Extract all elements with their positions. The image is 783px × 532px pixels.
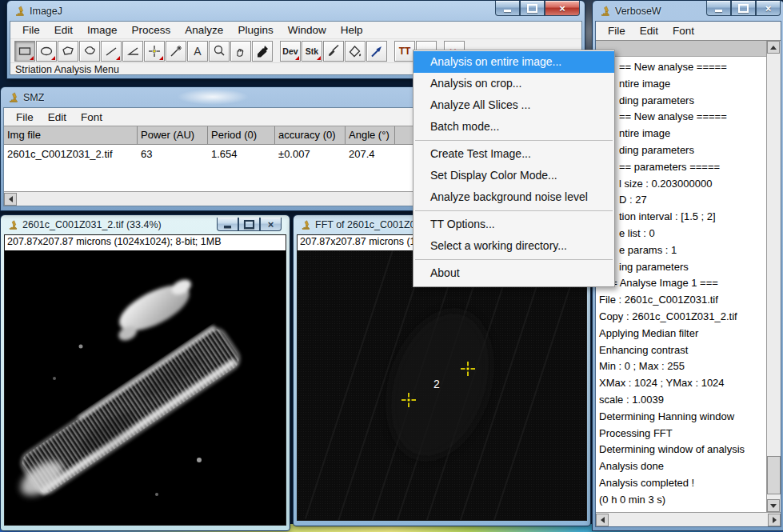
brush-tool-button[interactable] [323,41,344,62]
menu-separator [415,259,613,260]
debris-dot [53,377,56,380]
arrow-right-icon [773,517,777,523]
angle-tool-button[interactable] [122,41,143,62]
polygon-tool-button[interactable] [58,41,78,62]
close-button[interactable] [545,1,580,16]
menu-item-label: Select a working directory... [430,239,567,252]
scroll-down-button[interactable] [767,499,780,512]
image-window-icon [7,219,18,230]
menubar-item[interactable]: Plugins [230,22,280,38]
arrow-icon [369,43,385,59]
menu-item[interactable]: About [413,262,614,284]
fill-tool-button[interactable] [345,41,366,62]
fft-marker-count-label: 2 [433,378,440,390]
specimen-titlebar[interactable]: 2601c_C001Z031_2.tif (33.4%) [1,215,290,234]
menu-item[interactable]: Analyze background noise level [413,186,614,208]
minimize-button[interactable] [706,1,731,16]
menu-item-label: Analyze All Slices ... [430,98,530,111]
angle-icon [125,43,141,59]
zoom-tool-button[interactable] [209,41,230,62]
maximize-button[interactable] [238,218,260,231]
menubar-item[interactable]: Edit [633,23,665,38]
menu-item[interactable]: Analysis on crop... [413,73,614,94]
minimize-button[interactable] [495,1,520,16]
menubar-item[interactable]: Window [281,22,334,38]
menu-item[interactable]: Set Display Color Mode... [413,165,614,186]
menubar-item[interactable]: File [601,23,633,38]
table-header-cell: accuracy (0) [275,126,346,144]
menubar-item[interactable]: File [9,110,41,125]
scroll-left-button[interactable] [4,193,17,206]
line-icon [103,43,119,59]
scroll-up-button[interactable] [767,41,780,54]
imagej-window-controls [495,1,580,16]
table-header-cell: Angle (°) [346,126,395,144]
menubar-item[interactable]: Font [665,23,701,38]
arrow-left-icon [601,517,605,523]
rectangle-tool-button[interactable] [14,41,35,62]
scrollbar-thumb[interactable] [767,456,781,494]
wand-tool-button[interactable] [166,41,186,62]
text-tool-button[interactable]: A [187,41,208,62]
verbose-horizontal-scrollbar[interactable] [596,512,781,526]
menu-item-label: Analysis on entire image... [430,55,561,68]
menu-item[interactable]: Analyze All Slices ... [413,94,614,116]
menubar-item[interactable]: Edit [41,110,74,125]
close-button[interactable] [260,218,282,231]
line-tool-button[interactable] [101,41,122,62]
cell-angle: 207.4 [346,145,395,162]
log-line: === Analyse Image 1 === [596,275,766,292]
specimen-image-canvas[interactable] [5,250,286,525]
menu-item-label: Analysis on crop... [430,77,521,90]
menu-item[interactable]: Analysis on entire image... [413,51,614,73]
verbose-textarea[interactable]: == New analyse =====ntire imageding para… [596,40,781,526]
maximize-button[interactable] [731,1,756,16]
dropper-tool-button[interactable] [252,41,273,62]
dropper-icon [254,43,270,59]
menu-separator [415,210,613,211]
menu-item[interactable]: Select a working directory... [413,235,614,257]
menu-item-label: TT Options... [430,218,495,230]
menubar-item[interactable]: Edit [47,22,80,38]
imagej-menubar: FileEditImageProcessAnalyzePluginsWindow… [10,22,581,39]
menu-item[interactable]: TT Options... [413,214,614,235]
close-button[interactable] [756,1,781,16]
point-tool-button[interactable] [144,41,165,62]
menu-item[interactable]: Batch mode... [413,116,614,138]
log-line: Enhancing contrast [596,342,766,359]
menubar-item[interactable]: Analyze [178,22,230,38]
menubar-item[interactable]: Image [80,22,125,38]
image-window-icon [300,219,311,230]
arrow-tool-button[interactable] [366,41,387,62]
scroll-right-button[interactable] [768,514,781,526]
scroll-left-button[interactable] [596,514,609,526]
log-line: Copy : 2601c_C001Z031_2.tif [596,309,766,326]
imagej-titlebar[interactable]: ImageJ [7,1,585,21]
fill-bucket-icon [347,43,363,59]
minimize-button[interactable] [217,218,238,231]
stk-tool-button[interactable]: Stk [302,41,322,62]
menubar-item[interactable]: Help [334,22,370,38]
window-specimen-image: 2601c_C001Z031_2.tif (33.4%) 207.87x207.… [0,214,290,531]
verbose-vertical-scrollbar[interactable] [766,41,781,512]
menubar-item[interactable]: Process [125,22,178,38]
menu-item[interactable]: Create Test Image... [413,143,614,165]
fft-image-canvas[interactable]: 2 [298,250,586,520]
oval-tool-button[interactable] [36,41,57,62]
hand-tool-button[interactable] [230,41,251,62]
specimen-image-area[interactable] [5,250,286,525]
log-line: ding parameters [596,142,766,159]
imagej-app-icon [14,5,26,17]
verbose-titlebar[interactable]: VerboseW [593,1,783,21]
menubar-item[interactable]: Font [74,110,110,125]
close-icon [559,3,565,14]
menu-item-label: Create Test Image... [430,147,531,160]
menubar-item[interactable]: File [15,22,47,38]
log-line: XMax : 1024 ; YMax : 1024 [596,375,766,392]
fft-image-area[interactable]: 2 [298,250,586,520]
debris-dot [197,458,202,462]
maximize-button[interactable] [520,1,545,16]
freehand-tool-button[interactable] [79,41,100,62]
dev-tool-button[interactable]: Dev [280,41,301,62]
table-header-cell: Period (0) [208,126,275,144]
